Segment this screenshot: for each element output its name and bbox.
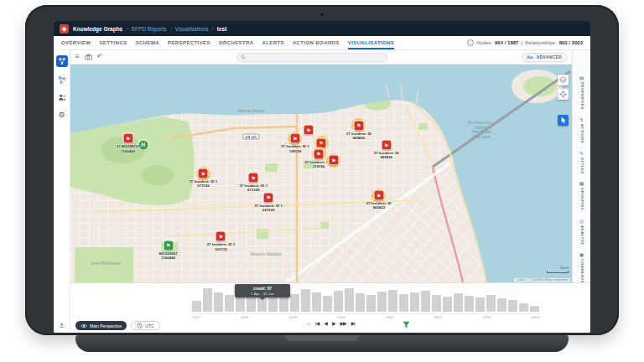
hospital-marker[interactable]: H bbox=[138, 141, 148, 150]
timeline-bar[interactable] bbox=[356, 293, 365, 312]
breadcrumb-item[interactable]: test bbox=[217, 26, 227, 32]
timeline-bar[interactable] bbox=[497, 298, 506, 312]
incident-marker[interactable]: ⚑37 Incident: ID 1119156 bbox=[314, 149, 324, 158]
play-button[interactable]: ▶ bbox=[332, 321, 335, 326]
timeline-bar[interactable] bbox=[486, 295, 496, 312]
timeline-filter-button[interactable] bbox=[402, 321, 410, 328]
incident-marker[interactable]: ⚑37 Incident: ID965820 bbox=[354, 121, 363, 130]
incident-marker[interactable]: ⚑37 Incident: ID 1021159 bbox=[264, 193, 273, 202]
timeline-bar[interactable] bbox=[432, 295, 441, 312]
panel-tab-actions[interactable]: ↯ACTIONS bbox=[579, 117, 584, 143]
timeline-bar[interactable] bbox=[214, 292, 223, 312]
timeline-bar[interactable] bbox=[301, 289, 310, 312]
incident-marker[interactable]: ⚑37 Incident: ID 1671159 bbox=[249, 173, 258, 183]
panel-tab-styles[interactable]: ✎STYLES bbox=[579, 151, 584, 174]
incident-marker[interactable]: ⚑ bbox=[304, 126, 314, 135]
panel-tab-analyst[interactable]: ◎ANALYST bbox=[579, 219, 584, 245]
panel-tab-label: COMMENTS bbox=[579, 259, 583, 282]
map-label: San Francisco –OaklandBay BridgeWest Spa… bbox=[468, 121, 496, 140]
breadcrumb-item[interactable]: SFPD Reports bbox=[132, 26, 167, 32]
timeline-bar[interactable] bbox=[334, 291, 343, 312]
timeline-bar[interactable] bbox=[203, 288, 212, 312]
undo-icon[interactable]: ↶ bbox=[97, 54, 103, 60]
menu-icon[interactable]: ≡ bbox=[75, 54, 80, 60]
timeline-bar[interactable] bbox=[443, 297, 452, 312]
timeline-bar[interactable] bbox=[225, 295, 234, 312]
select-tool-button[interactable] bbox=[558, 115, 569, 126]
timeline-bar[interactable] bbox=[530, 306, 539, 312]
panel-tab-grouping[interactable]: ▦GROUPING bbox=[579, 181, 584, 210]
step-back-button[interactable]: ◀ bbox=[324, 321, 327, 326]
timeline-bar[interactable] bbox=[388, 290, 397, 312]
timeline-bar[interactable] bbox=[366, 295, 376, 312]
timeline-bar[interactable] bbox=[290, 294, 299, 312]
advanced-search-button[interactable]: ADVANCED bbox=[522, 53, 567, 62]
panel-tab-comments[interactable]: ▣COMMENTS bbox=[579, 252, 584, 282]
layers-button[interactable] bbox=[558, 75, 569, 85]
timeline-bar[interactable] bbox=[508, 300, 517, 312]
marker-label: 37 Incident: ID965826 bbox=[374, 151, 399, 160]
timeline-bar[interactable] bbox=[454, 293, 463, 312]
map-canvas[interactable]: Marina DistrictUS 101Inner RichmondWeste… bbox=[70, 65, 572, 282]
tab-action-boards[interactable]: ACTION BOARDS bbox=[293, 36, 340, 49]
app-logo-icon[interactable]: ◈ bbox=[60, 24, 69, 34]
timeline-bar[interactable] bbox=[519, 303, 528, 312]
incident-flag-icon: ⚑ bbox=[249, 173, 258, 183]
fast-forward-button[interactable]: ▶▶ bbox=[340, 321, 346, 326]
camera-snapshot-icon[interactable] bbox=[85, 54, 92, 60]
incident-marker[interactable]: ⚑37 Incident: ID965823 bbox=[374, 191, 383, 200]
incident-marker[interactable]: ⚑37 8021887071106442 bbox=[123, 134, 132, 143]
jump-start-button[interactable]: |◀ bbox=[315, 321, 319, 326]
graph-app-icon[interactable] bbox=[56, 55, 68, 67]
main-perspective-button[interactable]: Main Perspective bbox=[75, 321, 127, 330]
timeline-bar[interactable] bbox=[192, 301, 201, 312]
tab-perspectives[interactable]: PERSPECTIVES bbox=[168, 36, 210, 49]
ship-anchor-icon[interactable]: ⚓ bbox=[59, 322, 65, 329]
timeline-bar[interactable] bbox=[323, 296, 332, 312]
breadcrumb-item[interactable]: Knowledge Graphs bbox=[73, 26, 122, 32]
settings-gear-icon[interactable]: ⚙ bbox=[57, 110, 67, 120]
incident-marker[interactable]: ⚑37 Incident: ID 1102115 bbox=[216, 232, 226, 241]
timeline-bar[interactable] bbox=[421, 291, 430, 312]
timeline-bar[interactable] bbox=[399, 294, 408, 312]
users-icon[interactable] bbox=[57, 92, 67, 102]
tooltip-range: 1 Apr - 30 Jun bbox=[237, 292, 288, 297]
timeline-bar[interactable] bbox=[312, 292, 321, 312]
map-attribution: Leaflet | © OpenStreetMap contributors bbox=[514, 278, 570, 282]
panel-tab-properties[interactable]: ▤PROPERTIES bbox=[579, 75, 584, 110]
jump-end-button[interactable]: ▶| bbox=[351, 321, 355, 326]
tab-visualisations[interactable]: VISUALISATIONS bbox=[348, 36, 395, 49]
incident-marker[interactable]: ⚑37 Incident: ID 1118159 bbox=[290, 134, 299, 143]
map-buttons bbox=[558, 75, 569, 126]
incident-flag-icon: ⚑ bbox=[123, 134, 132, 143]
timeline-bar[interactable] bbox=[475, 297, 485, 312]
tab-orchestra[interactable]: ORCHESTRA bbox=[219, 36, 254, 49]
timeline-bar[interactable] bbox=[465, 296, 474, 312]
relationships-value: 893 / 2003 bbox=[559, 40, 583, 45]
marker-label: 37 Incident: ID 1118159 bbox=[281, 144, 309, 153]
timeline-bar[interactable] bbox=[345, 288, 354, 312]
search-input[interactable] bbox=[249, 54, 383, 59]
incident-marker[interactable]: ⚑37 Incident: ID965826 bbox=[382, 141, 391, 150]
timeline-bar[interactable] bbox=[410, 292, 419, 312]
utc-button[interactable]: UTC bbox=[131, 321, 159, 330]
info-icon[interactable]: i bbox=[467, 39, 474, 46]
tab-schema[interactable]: SCHEMA bbox=[136, 36, 159, 49]
timeline-panel: count: 37 1 Apr - 30 Jun 201720182019202… bbox=[70, 282, 590, 333]
incident-marker[interactable]: ⚑37 Incident: ID 1071156 bbox=[199, 169, 208, 178]
timeline-years: 20172018201920202021202220232024 bbox=[192, 313, 539, 319]
year-label: 2017 bbox=[192, 315, 200, 319]
tab-settings[interactable]: SETTINGS bbox=[99, 36, 127, 49]
tab-overview[interactable]: OVERVIEW bbox=[61, 36, 91, 49]
incident-flag-icon: ⚑ bbox=[304, 126, 314, 135]
incident-flag-icon: ⚑ bbox=[382, 141, 391, 150]
tab-alerts[interactable]: ALERTS bbox=[262, 36, 283, 49]
green-marker[interactable]: ⚑8012030071106442 bbox=[164, 240, 173, 250]
crosshair-button[interactable] bbox=[558, 89, 569, 100]
breadcrumb-item[interactable]: Visualisations bbox=[175, 26, 209, 32]
incident-flag-icon: ⚑ bbox=[199, 169, 208, 178]
fit-range-button[interactable]: ↔ bbox=[306, 321, 310, 326]
timeline-bar[interactable] bbox=[377, 292, 387, 312]
flows-icon[interactable] bbox=[57, 75, 67, 85]
incident-marker[interactable]: ⚑ bbox=[329, 156, 338, 165]
